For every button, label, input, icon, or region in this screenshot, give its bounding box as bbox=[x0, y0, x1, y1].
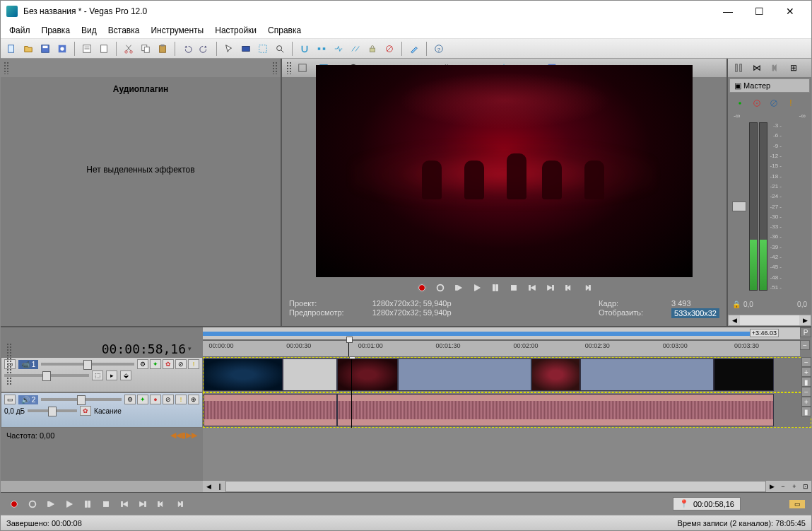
playhead-line[interactable] bbox=[351, 357, 352, 428]
master-scrollbar[interactable]: ◀ ▶ bbox=[728, 315, 811, 326]
vzoom-button[interactable]: + bbox=[801, 397, 811, 407]
timecode-display[interactable]: 00:00:58,16 ▾ bbox=[1, 340, 203, 357]
go-start-button[interactable] bbox=[524, 280, 540, 296]
insert-fx-icon[interactable] bbox=[732, 95, 748, 111]
video-clip[interactable] bbox=[337, 358, 398, 391]
cursor-icon[interactable] bbox=[221, 41, 237, 57]
audio-track-lane[interactable] bbox=[203, 392, 811, 428]
minimize-track-icon[interactable]: ▭ bbox=[4, 395, 16, 404]
track-auto-icon[interactable]: ✦ bbox=[137, 395, 148, 404]
track-fx-icon[interactable]: ⚙ bbox=[124, 395, 136, 404]
scroll-left-icon[interactable]: ◀ bbox=[203, 481, 214, 492]
record-button[interactable] bbox=[414, 280, 430, 296]
grip-icon[interactable] bbox=[6, 343, 12, 385]
redo-icon[interactable] bbox=[196, 41, 212, 57]
quantize-icon[interactable] bbox=[314, 41, 329, 57]
loop-button[interactable] bbox=[433, 280, 448, 296]
doc-icon[interactable] bbox=[96, 41, 112, 57]
timeline-edge-button[interactable]: P bbox=[800, 327, 811, 337]
scroll-track[interactable] bbox=[225, 481, 766, 492]
go-end-button[interactable] bbox=[543, 280, 558, 296]
timeline-ruler[interactable]: 00:00:00 00:00:30 00:01:00 00:01:30 00:0… bbox=[203, 340, 800, 357]
play-start-button[interactable] bbox=[43, 496, 59, 512]
timeline-hscroll[interactable]: ◀ ‖ ▶ − + ⊡ bbox=[1, 481, 811, 492]
track-mute-icon[interactable]: ⊘ bbox=[163, 395, 174, 404]
track-gear-icon[interactable]: ✿ bbox=[163, 359, 174, 369]
open-icon[interactable] bbox=[20, 41, 36, 57]
dim-icon[interactable]: ⊞ bbox=[786, 60, 801, 76]
mute-icon[interactable] bbox=[766, 95, 782, 111]
snap-icon[interactable] bbox=[297, 41, 312, 57]
downmix-icon[interactable] bbox=[767, 60, 783, 76]
track-solo-icon[interactable]: ! bbox=[188, 359, 199, 369]
play-start-button[interactable] bbox=[451, 280, 466, 296]
transport-timecode[interactable]: 📍 00:00:58,16 bbox=[673, 497, 741, 510]
dropdown-icon[interactable]: ▾ bbox=[188, 345, 192, 352]
save-icon[interactable] bbox=[37, 41, 53, 57]
zoom-icon[interactable] bbox=[272, 41, 288, 57]
stop-button[interactable] bbox=[98, 496, 114, 512]
grip-icon[interactable] bbox=[286, 62, 292, 74]
minimize-button[interactable]: — bbox=[712, 1, 743, 21]
hzoom-minus-button[interactable]: − bbox=[777, 481, 789, 492]
menu-edit[interactable]: Правка bbox=[36, 23, 76, 37]
undo-icon[interactable] bbox=[180, 41, 195, 57]
mixer-icon[interactable] bbox=[731, 60, 746, 76]
prev-frame-button[interactable] bbox=[153, 496, 169, 512]
audio-track-header[interactable]: ▭ 🔊 2 ⚙ ✦ ● ⊘ ! ⊕ 0,0 дБ bbox=[1, 392, 203, 428]
paste-icon[interactable] bbox=[155, 41, 170, 57]
pause-button[interactable] bbox=[488, 280, 503, 296]
play-button[interactable] bbox=[61, 496, 77, 512]
audio-clip[interactable] bbox=[337, 394, 774, 426]
menu-tools[interactable]: Инструменты bbox=[145, 23, 209, 37]
master-header[interactable]: ▣ Мастер bbox=[729, 78, 810, 93]
envelope-icon[interactable] bbox=[238, 41, 254, 57]
audio-clip[interactable] bbox=[204, 394, 337, 426]
composite-mode-icon[interactable]: ⬚ bbox=[92, 370, 103, 380]
video-clip[interactable] bbox=[580, 358, 714, 391]
vzoom-button[interactable]: − bbox=[801, 387, 811, 397]
scroll-left-icon[interactable]: ◀ bbox=[729, 315, 740, 325]
go-end-button[interactable] bbox=[135, 496, 151, 512]
track-phase-icon[interactable]: ⊕ bbox=[188, 395, 199, 404]
loop-button[interactable] bbox=[25, 496, 40, 512]
menu-options[interactable]: Настройки bbox=[209, 23, 262, 37]
properties-icon[interactable] bbox=[79, 41, 95, 57]
cut-icon[interactable] bbox=[121, 41, 136, 57]
play-button[interactable] bbox=[469, 280, 485, 296]
video-clip[interactable] bbox=[204, 358, 283, 391]
master-fader[interactable] bbox=[731, 122, 748, 291]
pan-slider[interactable] bbox=[28, 409, 77, 412]
scroll-right-icon[interactable]: ▶ bbox=[766, 481, 777, 492]
record-button[interactable] bbox=[6, 496, 22, 512]
menu-file[interactable]: Файл bbox=[4, 23, 36, 37]
grip-icon[interactable] bbox=[272, 62, 278, 74]
menu-view[interactable]: Вид bbox=[76, 23, 102, 37]
go-start-button[interactable] bbox=[117, 496, 132, 512]
parent-icon[interactable]: ▸ bbox=[106, 370, 117, 380]
vzoom-button[interactable]: − bbox=[801, 357, 811, 367]
next-frame-button[interactable] bbox=[579, 280, 595, 296]
vzoom-button[interactable]: + bbox=[801, 367, 811, 377]
marker-button[interactable]: ▭ bbox=[789, 499, 806, 509]
timeline-overview[interactable]: +3:46.03 bbox=[203, 327, 800, 340]
ignore-icon[interactable] bbox=[382, 41, 397, 57]
motion-icon[interactable]: ⬙ bbox=[120, 370, 131, 380]
video-track-header[interactable]: ▭ 📹 1 ⚙ ✦ ✿ ⊘ ! ⬚ ▸ bbox=[1, 357, 203, 392]
prev-frame-button[interactable] bbox=[561, 280, 577, 296]
autocrossfade-icon[interactable] bbox=[348, 41, 363, 57]
hzoom-plus-button[interactable]: + bbox=[789, 481, 800, 492]
stop-button[interactable] bbox=[506, 280, 522, 296]
video-clip[interactable] bbox=[283, 358, 337, 391]
copy-icon[interactable] bbox=[138, 41, 153, 57]
timeline-clips-area[interactable]: − + ▮ − + ▮ bbox=[203, 357, 811, 481]
close-button[interactable]: ✕ bbox=[775, 1, 806, 21]
playhead[interactable] bbox=[348, 341, 349, 356]
pause-button[interactable] bbox=[80, 496, 95, 512]
track-mute-icon[interactable]: ⊘ bbox=[175, 359, 187, 369]
autoripple-icon[interactable] bbox=[331, 41, 346, 57]
select-icon[interactable] bbox=[255, 41, 271, 57]
scrub-control[interactable]: ◀◀▮▶▶ bbox=[170, 431, 197, 440]
next-frame-button[interactable] bbox=[172, 496, 187, 512]
video-track-lane[interactable] bbox=[203, 357, 811, 392]
